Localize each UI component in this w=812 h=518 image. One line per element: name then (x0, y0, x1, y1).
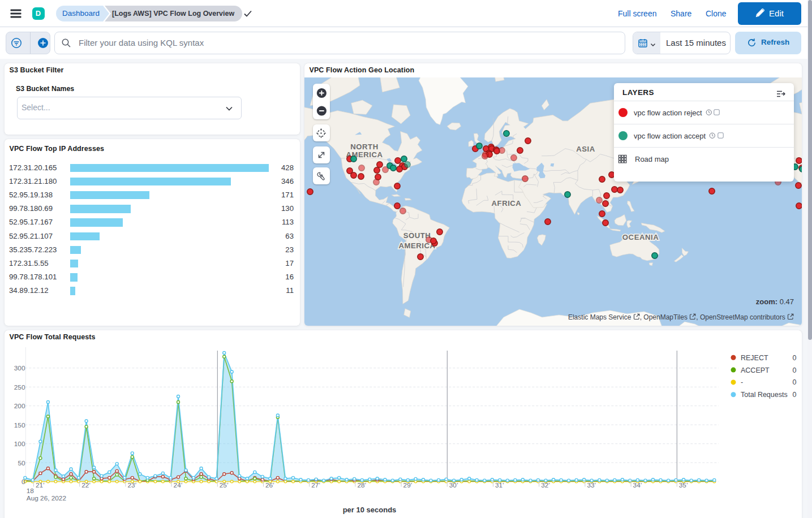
svg-text:32’: 32’ (541, 481, 550, 489)
svg-text:23’: 23’ (127, 481, 136, 489)
svg-text:30’: 30’ (449, 481, 458, 489)
svg-text:34’: 34’ (633, 481, 642, 489)
svg-text:REJECT: REJECT (741, 354, 768, 362)
svg-text:0: 0 (793, 378, 797, 386)
svg-text:29’: 29’ (403, 481, 413, 489)
svg-text:50: 50 (18, 459, 25, 467)
svg-text:35’: 35’ (679, 481, 688, 489)
svg-text:0: 0 (793, 391, 797, 399)
svg-text:ACCEPT: ACCEPT (741, 366, 770, 374)
svg-text:NORTH: NORTH (350, 143, 378, 151)
svg-text:250: 250 (14, 383, 25, 391)
svg-text:21’: 21’ (36, 481, 45, 489)
svg-text:200: 200 (14, 402, 25, 410)
svg-text:22’: 22’ (81, 481, 91, 489)
svg-text:31’: 31’ (495, 481, 504, 489)
svg-text:0: 0 (22, 478, 25, 486)
svg-text:OCEANIA: OCEANIA (622, 233, 659, 241)
svg-text:100: 100 (14, 440, 25, 448)
svg-text:Aug 26, 2022: Aug 26, 2022 (27, 494, 66, 502)
svg-text:33’: 33’ (587, 481, 596, 489)
svg-text:150: 150 (14, 421, 25, 429)
svg-text:27’: 27’ (311, 481, 320, 489)
svg-text:25’: 25’ (220, 481, 229, 489)
svg-text:26’: 26’ (265, 481, 274, 489)
svg-text:AFRICA: AFRICA (492, 199, 522, 208)
svg-text:-: - (741, 378, 743, 386)
svg-text:28’: 28’ (357, 481, 366, 489)
svg-text:ASIA: ASIA (576, 145, 595, 153)
svg-text:24’: 24’ (174, 481, 183, 489)
svg-text:per 10 seconds: per 10 seconds (343, 506, 397, 514)
svg-text:0: 0 (793, 354, 797, 362)
svg-text:300: 300 (14, 364, 25, 372)
svg-text:Total Requests: Total Requests (741, 391, 788, 399)
svg-text:0: 0 (793, 366, 797, 374)
